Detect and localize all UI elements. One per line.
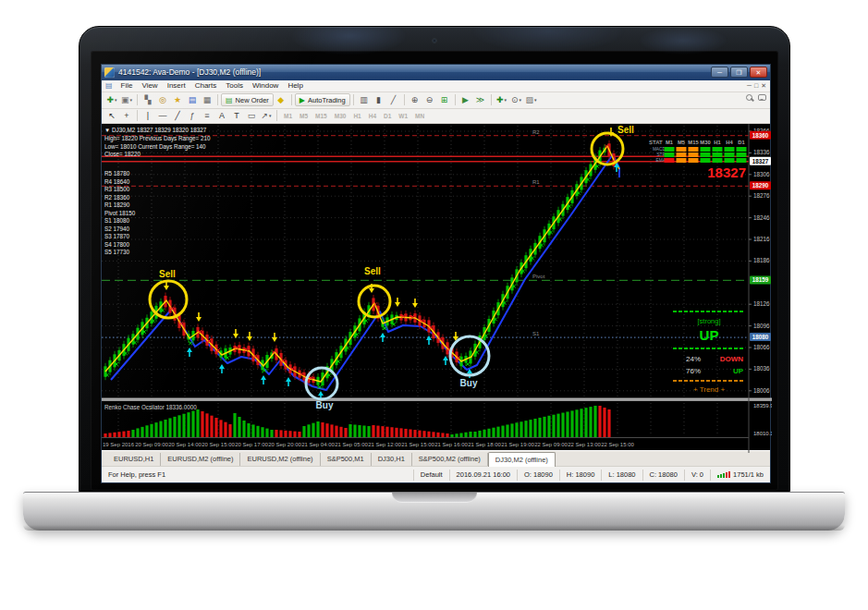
tool-trendline-button[interactable]: ╱: [170, 109, 185, 122]
menu-window[interactable]: Window: [248, 81, 283, 90]
zoom-out-icon: ⊖: [426, 95, 434, 104]
buy-signal-label: Buy: [316, 400, 334, 410]
timeframe-m15-button[interactable]: M15: [312, 113, 331, 119]
chart-tab[interactable]: EURUSD,H1: [107, 453, 161, 466]
window-title: 4141542: Ava-Demo - [DJ30,M2 (offline)]: [118, 67, 261, 77]
timeframe-w1-button[interactable]: W1: [395, 113, 411, 119]
toolbar-zoom-out-button[interactable]: ⊖: [422, 93, 437, 106]
child-restore-button[interactable]: □: [754, 82, 758, 90]
child-close-button[interactable]: ✕: [761, 82, 766, 90]
toolbar-navigator-button[interactable]: ▤: [185, 93, 200, 106]
toolbar-autotrading-button[interactable]: ▶AutoTrading: [295, 93, 350, 106]
chart-tab[interactable]: DJ30,M2 (offline): [488, 452, 556, 467]
toolbar-chart-line-button[interactable]: ╱: [386, 93, 401, 106]
toolbar-periods-button[interactable]: ⊙▾: [509, 93, 524, 106]
search-icon[interactable]: [746, 94, 752, 101]
cursor-icon: ↖: [108, 111, 116, 120]
svg-text:18080: 18080: [752, 334, 769, 340]
tile-windows-icon: ⊞: [441, 95, 448, 104]
price-chart[interactable]: R2R1PivotS1Renko Chase Ocsilator 18336.0…: [102, 124, 772, 453]
dropdown-arrow-icon: ▾: [115, 97, 117, 103]
timeframe-m5-button[interactable]: M5: [296, 113, 312, 119]
menu-help[interactable]: Help: [283, 81, 307, 90]
toolbar-chart-shift-button[interactable]: ≫: [473, 93, 488, 106]
menu-tools[interactable]: Tools: [221, 81, 248, 90]
tool-channel-button[interactable]: ≡: [200, 109, 214, 122]
toolbar-data-window-button[interactable]: ★: [170, 93, 185, 106]
toolbar-chart-bars-button[interactable]: ▥: [357, 93, 372, 106]
vertical-line-icon: |: [147, 111, 149, 120]
chat-icon[interactable]: [758, 94, 766, 101]
menu-insert[interactable]: Insert: [163, 81, 190, 90]
child-minimize-button[interactable]: ─: [747, 82, 752, 90]
chart-tab[interactable]: EURUSD,M2 (offline): [161, 453, 240, 466]
dropdown-arrow-icon: ▾: [520, 97, 522, 103]
tool-arrows-tool-button[interactable]: ↗▾: [259, 109, 274, 122]
chart-tab[interactable]: S&P500,M2 (offline): [412, 453, 488, 466]
timeframe-m1-button[interactable]: M1: [280, 113, 296, 119]
toolbar-auto-scroll-button[interactable]: ▶: [458, 93, 473, 106]
title-bar[interactable]: 4141542: Ava-Demo - [DJ30,M2 (offline)] …: [102, 65, 770, 80]
status-close: C: 18080: [643, 470, 685, 481]
toolbar-new-chart-button[interactable]: ✚▾: [104, 93, 119, 106]
webcam: [432, 38, 437, 43]
dropdown-arrow-icon: ▾: [505, 97, 507, 103]
timeframe-h4-button[interactable]: H4: [365, 113, 380, 119]
status-profile[interactable]: Default: [414, 470, 450, 481]
svg-text:19 Sep 2016: 19 Sep 2016: [103, 442, 135, 447]
tool-shapes-button[interactable]: ▭: [244, 109, 259, 122]
svg-text:22 Sep 13:00: 22 Sep 13:00: [568, 442, 601, 447]
svg-text:S5 17730: S5 17730: [104, 249, 129, 255]
toolbar-profiles-button[interactable]: ▣▾: [119, 93, 134, 106]
menu-file[interactable]: File: [116, 81, 138, 90]
svg-text:22 Sep 15:00: 22 Sep 15:00: [601, 442, 634, 447]
toolbar-chart-candles-button[interactable]: ▮: [372, 93, 386, 106]
svg-text:18276: 18276: [753, 192, 770, 199]
svg-text:R1: R1: [532, 179, 540, 185]
chart-area[interactable]: R2R1PivotS1Renko Chase Ocsilator 18336.0…: [102, 124, 770, 451]
menu-bar: ▤ FileViewInsertChartsToolsWindowHelp ─□…: [102, 80, 770, 92]
timeframe-m30-button[interactable]: M30: [331, 113, 350, 119]
tool-text-label-button[interactable]: T: [229, 109, 244, 122]
periods-icon: ⊙: [511, 95, 519, 104]
svg-text:18159: 18159: [752, 276, 769, 283]
autotrading-icon: ▶: [300, 96, 305, 104]
svg-text:UP: UP: [733, 367, 744, 375]
close-button[interactable]: ✕: [750, 67, 767, 78]
toolbar-market-watch-button[interactable]: ◎: [155, 93, 170, 106]
mt4-window: 4141542: Ava-Demo - [DJ30,M2 (offline)] …: [101, 64, 771, 483]
svg-text:M30: M30: [700, 140, 710, 145]
toolbar-tile-windows-button[interactable]: ⊞: [437, 93, 452, 106]
tool-fibonacci-button[interactable]: ƒ: [185, 109, 200, 122]
tool-crosshair-button[interactable]: +: [119, 109, 134, 122]
menu-charts[interactable]: Charts: [190, 81, 222, 90]
restore-button[interactable]: ❐: [730, 67, 748, 78]
svg-text:21 Sep 19:00: 21 Sep 19:00: [501, 442, 534, 447]
chart-tab[interactable]: EURUSD,M2 (offline): [240, 453, 320, 466]
toolbar-tick-chart-button[interactable]: ▚: [141, 93, 155, 106]
toolbar-metaeditor-button[interactable]: ◆: [274, 93, 288, 106]
svg-text:High= 18220 Previous Days: High= 18220 Previous Days Range= 210: [104, 135, 211, 142]
toolbar-indicators-button[interactable]: ✚▾: [495, 93, 509, 106]
tool-horizontal-line-button[interactable]: —: [155, 109, 170, 122]
toolbar-terminal-button[interactable]: ▦: [200, 93, 214, 106]
tool-cursor-button[interactable]: ↖: [104, 109, 119, 122]
menu-view[interactable]: View: [137, 81, 162, 90]
svg-text:H1: H1: [714, 140, 721, 145]
toolbar-zoom-in-button[interactable]: ⊕: [408, 93, 422, 106]
chart-tab[interactable]: S&P500,M1: [321, 453, 372, 466]
timeframe-h1-button[interactable]: H1: [349, 113, 364, 119]
drawing-toolbar: ↖+|—╱ƒ≡AT▭↗▾ M1M5M15M30H1H4D1W1MN: [102, 109, 770, 124]
timeframe-d1-button[interactable]: D1: [380, 113, 395, 119]
toolbar-new-order-button[interactable]: ▤New Order: [221, 93, 274, 106]
chart-document-icon: ▤: [105, 81, 113, 90]
chart-tab[interactable]: DJ30,H1: [372, 453, 412, 466]
svg-text:20 Sep 15:00: 20 Sep 15:00: [202, 442, 235, 447]
tool-text-button[interactable]: A: [214, 109, 229, 122]
toolbar-templates-button[interactable]: ▨▾: [524, 93, 539, 106]
tool-vertical-line-button[interactable]: |: [141, 109, 155, 122]
status-low: L: 18080: [602, 470, 642, 481]
timeframe-mn-button[interactable]: MN: [411, 113, 428, 119]
new-chart-icon: ✚: [106, 95, 114, 104]
minimize-button[interactable]: ─: [711, 67, 728, 78]
